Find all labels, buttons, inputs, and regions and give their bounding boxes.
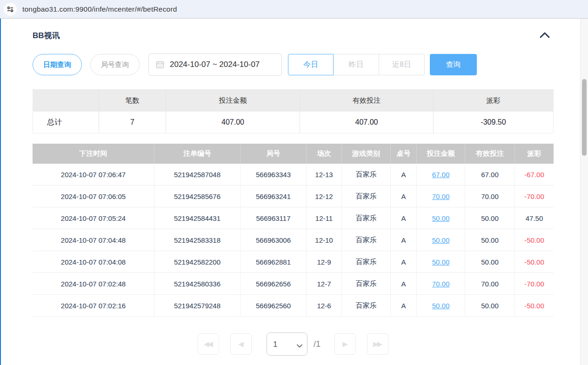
- tune-icon: [7, 6, 14, 13]
- pagination-first-button[interactable]: ◀◀: [198, 333, 219, 355]
- table-row: 2024-10-07 07:06:47 521942587048 5669633…: [33, 164, 554, 186]
- cell-table-number: A: [391, 186, 417, 207]
- cell-game-type: 百家乐: [342, 186, 391, 207]
- cell-valid-bet: 67.00: [465, 164, 515, 185]
- round-query-tab[interactable]: 局号查询: [90, 54, 140, 75]
- cell-round-number: 566963343: [241, 164, 307, 185]
- cell-game-type: 百家乐: [342, 229, 391, 251]
- col-bet-amount: 投注金额: [417, 144, 465, 164]
- search-button[interactable]: 查询: [430, 54, 477, 75]
- bet-amount-link[interactable]: 50.00: [432, 258, 450, 266]
- summary-payout-value: -309.50: [434, 112, 553, 133]
- cell-payout: -50.00: [515, 251, 554, 272]
- cell-session: 12-10: [307, 229, 342, 251]
- summary-valid-bet-value: 407.00: [300, 112, 434, 133]
- bet-amount-link[interactable]: 50.00: [432, 236, 450, 244]
- col-valid-bet: 有效投注: [465, 144, 515, 164]
- col-session: 场次: [307, 144, 342, 164]
- quick-range-today[interactable]: 今日: [288, 54, 334, 75]
- site-settings-button[interactable]: [4, 3, 17, 16]
- cell-slip-number: 521942585676: [154, 186, 241, 207]
- pagination-last-button[interactable]: ▶▶: [367, 333, 388, 355]
- cell-slip-number: 521942583318: [154, 229, 241, 251]
- cell-table-number: A: [391, 251, 417, 272]
- cell-valid-bet: 50.00: [465, 251, 515, 272]
- summary-count-value: 7: [99, 112, 166, 133]
- table-row: 2024-10-07 07:02:48 521942580336 5669626…: [33, 273, 554, 295]
- cell-bet-time: 2024-10-07 07:06:47: [33, 164, 154, 185]
- cell-slip-number: 521942584431: [154, 207, 241, 229]
- cell-session: 12-11: [307, 207, 342, 229]
- quick-range-last8days-label: 近8日: [392, 60, 411, 70]
- bet-record-panel: BB视讯 日期查询 局号查询: [33, 30, 554, 356]
- summary-bet-amount-value: 407.00: [166, 112, 300, 133]
- cell-bet-time: 2024-10-07 07:02:48: [33, 273, 154, 294]
- cell-game-type: 百家乐: [342, 251, 391, 272]
- cell-bet-time: 2024-10-07 07:02:16: [33, 295, 154, 316]
- cell-valid-bet: 70.00: [465, 186, 515, 207]
- cell-table-number: A: [391, 207, 417, 229]
- page-total-label: /1: [314, 339, 321, 349]
- cell-session: 12-7: [307, 273, 342, 294]
- cell-bet-time: 2024-10-07 07:04:48: [33, 229, 154, 251]
- cell-game-type: 百家乐: [342, 164, 391, 185]
- summary-table: 笔数 投注金额 有效投注 派彩 总计 7 407.00 407.00 -309.…: [33, 89, 554, 133]
- window-edge-highlight: [0, 19, 1, 365]
- cell-payout: -70.00: [515, 186, 554, 207]
- cell-table-number: A: [391, 164, 417, 185]
- cell-bet-time: 2024-10-07 07:04:08: [33, 251, 154, 272]
- arrow-left-icon: ◀: [238, 340, 244, 348]
- cell-valid-bet: 50.00: [465, 229, 515, 251]
- cell-payout: -50.00: [515, 229, 554, 251]
- table-row: 2024-10-07 07:04:48 521942583318 5669630…: [33, 229, 554, 251]
- scrollbar-track[interactable]: [580, 19, 588, 365]
- table-row: 2024-10-07 07:05:24 521942584431 5669631…: [33, 207, 554, 229]
- bet-amount-link[interactable]: 70.00: [432, 280, 450, 288]
- cell-game-type: 百家乐: [342, 273, 391, 294]
- cell-table-number: A: [391, 273, 417, 294]
- quick-range-group: 今日 昨日 近8日: [288, 54, 425, 75]
- col-round-number: 局号: [241, 144, 307, 164]
- cell-round-number: 566962560: [241, 295, 307, 316]
- table-header-row: 下注时间 注单编号 局号 场次 游戏类别 桌号 投注金额 有效投注 派彩: [33, 144, 554, 164]
- date-query-tab[interactable]: 日期查询: [33, 54, 82, 75]
- quick-range-yesterday[interactable]: 昨日: [334, 54, 379, 75]
- scrollbar-thumb[interactable]: [582, 79, 587, 156]
- summary-total-label: 总计: [33, 112, 99, 133]
- cell-round-number: 566962656: [241, 273, 307, 294]
- calendar-icon: [155, 60, 165, 69]
- quick-range-today-label: 今日: [303, 60, 318, 70]
- summary-header-valid-bet: 有效投注: [300, 90, 434, 112]
- arrow-right-icon: ▶: [342, 340, 348, 348]
- table-row: 2024-10-07 07:04:08 521942582200 5669628…: [33, 251, 554, 273]
- cell-round-number: 566962881: [241, 251, 307, 272]
- bet-amount-link[interactable]: 70.00: [432, 192, 450, 200]
- cell-payout: -67.00: [515, 164, 554, 185]
- cell-valid-bet: 50.00: [465, 207, 515, 229]
- cell-valid-bet: 50.00: [465, 295, 515, 316]
- cell-payout: -70.00: [515, 273, 554, 294]
- collapse-panel-button[interactable]: [539, 31, 551, 40]
- quick-range-last8days[interactable]: 近8日: [379, 54, 425, 75]
- pagination-prev-button[interactable]: ◀: [230, 333, 252, 355]
- cell-round-number: 566963241: [241, 186, 307, 207]
- rewind-icon: ◀◀: [204, 340, 212, 348]
- bet-amount-link[interactable]: 50.00: [432, 302, 450, 310]
- date-range-input[interactable]: 2024-10-07 ~ 2024-10-07: [148, 53, 282, 76]
- bet-amount-link[interactable]: 67.00: [432, 171, 450, 179]
- browser-address-bar[interactable]: tongbao31.com:9900/infe/mcenter/#/betRec…: [0, 0, 588, 19]
- cell-session: 12-13: [307, 164, 342, 185]
- cell-slip-number: 521942580336: [154, 273, 241, 294]
- cell-table-number: A: [391, 229, 417, 251]
- date-range-value: 2024-10-07 ~ 2024-10-07: [170, 60, 260, 69]
- bet-amount-link[interactable]: 50.00: [432, 214, 450, 222]
- summary-header-payout: 派彩: [434, 90, 553, 112]
- url-text[interactable]: tongbao31.com:9900/infe/mcenter/#/betRec…: [22, 5, 177, 13]
- page-select[interactable]: 1: [267, 332, 307, 356]
- col-bet-time: 下注时间: [33, 144, 154, 164]
- bet-records-table: 下注时间 注单编号 局号 场次 游戏类别 桌号 投注金额 有效投注 派彩 202…: [33, 144, 554, 317]
- cell-valid-bet: 70.00: [465, 273, 515, 294]
- col-table-number: 桌号: [391, 144, 417, 164]
- cell-round-number: 566963117: [241, 207, 307, 229]
- pagination-next-button[interactable]: ▶: [334, 333, 356, 355]
